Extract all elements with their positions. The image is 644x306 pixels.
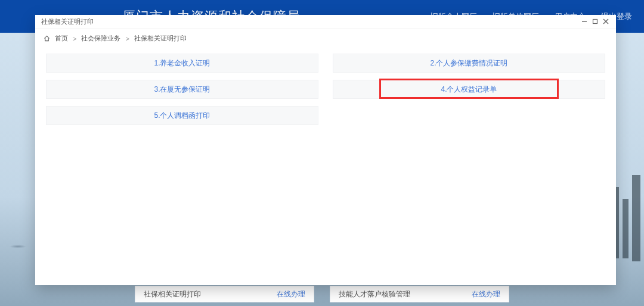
option-label: 5.个人调档函打印 <box>154 111 210 121</box>
svg-rect-1 <box>593 19 597 23</box>
service-card-action-link[interactable]: 在线办理 <box>277 289 305 299</box>
modal-titlebar: 社保相关证明打印 <box>35 15 616 29</box>
maximize-button[interactable] <box>590 17 600 27</box>
service-card-action-link[interactable]: 在线办理 <box>472 289 500 299</box>
option-personal-rights-record[interactable]: 4.个人权益记录单 <box>333 80 605 99</box>
option-label: 4.个人权益记录单 <box>441 85 497 95</box>
service-card-title: 技能人才落户核验管理 <box>339 289 410 299</box>
service-card-row: 社保相关证明打印 在线办理 技能人才落户核验管理 在线办理 <box>0 286 644 302</box>
option-no-insurance-in-xiamen-cert[interactable]: 3.在厦无参保证明 <box>46 80 318 99</box>
option-label: 2.个人参保缴费情况证明 <box>430 58 507 68</box>
modal-window: 社保相关证明打印 首页 > 社会保障业务 > 社保相关证明打印 <box>35 15 616 285</box>
service-card[interactable]: 技能人才落户核验管理 在线办理 <box>330 286 509 302</box>
service-card-title: 社保相关证明打印 <box>144 289 201 299</box>
modal-title: 社保相关证明打印 <box>41 17 94 26</box>
option-label: 1.养老金收入证明 <box>154 58 210 68</box>
option-pension-income-cert[interactable]: 1.养老金收入证明 <box>46 54 318 73</box>
breadcrumb-separator: > <box>73 35 76 42</box>
minimize-icon <box>581 18 587 26</box>
option-label: 3.在厦无参保证明 <box>154 85 210 95</box>
option-personal-file-transfer-print[interactable]: 5.个人调档函打印 <box>46 106 318 125</box>
option-grid: 1.养老金收入证明 2.个人参保缴费情况证明 3.在厦无参保证明 4.个人权益记… <box>35 48 616 125</box>
breadcrumb-separator: > <box>125 35 129 42</box>
breadcrumb-home[interactable]: 首页 <box>55 34 68 43</box>
option-personal-insurance-payment-cert[interactable]: 2.个人参保缴费情况证明 <box>333 54 605 73</box>
breadcrumb: 首页 > 社会保障业务 > 社保相关证明打印 <box>35 29 616 48</box>
breadcrumb-item[interactable]: 社保相关证明打印 <box>134 34 187 43</box>
breadcrumb-item[interactable]: 社会保障业务 <box>81 34 120 43</box>
close-button[interactable] <box>600 17 611 27</box>
home-icon <box>44 35 50 42</box>
minimize-button[interactable] <box>579 17 590 27</box>
maximize-icon <box>592 18 598 26</box>
close-icon <box>603 18 609 26</box>
service-card[interactable]: 社保相关证明打印 在线办理 <box>135 286 314 302</box>
